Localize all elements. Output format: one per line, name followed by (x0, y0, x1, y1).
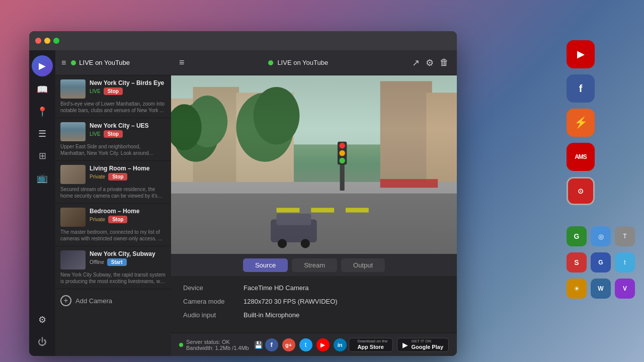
desktop-icon-target[interactable]: ⊙ (567, 177, 595, 205)
maximize-button[interactable] (53, 38, 59, 44)
desktop-icon-g7[interactable]: ☀ (567, 279, 587, 299)
camera-info: Living Room – Home Private Stop (90, 165, 166, 180)
camera-thumb-img (60, 79, 86, 99)
desktop-icon-ams[interactable]: AMS (567, 143, 595, 171)
desktop-icon-g4[interactable]: S (567, 252, 587, 273)
server-status: Server status: OK Bandwidth: 1.2Mb /1.4M… (179, 339, 263, 351)
desktop-icon-youtube[interactable]: ▶ (567, 40, 595, 68)
tab-output[interactable]: Output (341, 258, 385, 272)
sidebar-item-power[interactable]: ⏻ (33, 333, 51, 351)
add-camera-label: Add Camera (75, 297, 112, 305)
camera-item-nyc-ues[interactable]: New York City – UES LIVE Stop Upper East… (55, 118, 171, 161)
camera-description: The master bedroom, connected to my list… (60, 229, 166, 242)
camera-item-top: New York City – UES LIVE Stop (60, 122, 166, 141)
camera-stop-button[interactable]: Stop (108, 173, 127, 180)
audio-input-row: Audio input Built-in Microphone (183, 311, 445, 319)
camera-info: New York City, Subway Offline Start (90, 250, 166, 266)
desktop-icon-g5[interactable]: G (591, 252, 611, 273)
camera-status-row: Offline Start (90, 258, 166, 266)
camera-thumb (60, 208, 86, 227)
sidebar-item-book[interactable]: 📖 (33, 80, 51, 99)
top-bar-actions: ↗ ⚙ 🗑 (412, 57, 449, 68)
desktop-icon-g2[interactable]: ◎ (591, 226, 611, 246)
footer: Server status: OK Bandwidth: 1.2Mb /1.4M… (171, 333, 457, 356)
tab-source[interactable]: Source (243, 258, 288, 272)
camera-info: New York City – UES LIVE Stop (90, 122, 166, 138)
tab-stream[interactable]: Stream (292, 258, 337, 272)
camera-status-row: Private Stop (90, 216, 166, 223)
camera-status: LIVE (90, 88, 101, 94)
device-row: Device FaceTime HD Camera (183, 284, 445, 292)
info-panel: Device FaceTime HD Camera Camera mode 12… (171, 276, 457, 333)
camera-thumb-img (60, 165, 86, 184)
device-label: Device (183, 284, 244, 292)
title-bar (29, 31, 457, 50)
minimize-button[interactable] (44, 38, 50, 44)
desktop-icon-facebook[interactable]: f (567, 74, 595, 103)
desktop-icons: ▶ f ⚡ AMS ⊙ G ◎ T S G t ☀ W V (567, 40, 635, 299)
camera-item-nyc-birds[interactable]: New York City – Birds Eye LIVE Stop Bird… (55, 75, 171, 118)
desktop-icon-g8[interactable]: W (591, 279, 611, 299)
hamburger-icon[interactable]: ≡ (179, 57, 185, 68)
sidebar-item-grid[interactable]: ⊞ (33, 147, 51, 165)
desktop-icon-g1[interactable]: G (567, 226, 587, 246)
camera-info: Bedroom – Home Private Stop (90, 208, 166, 223)
camera-description: Bird's-eye view of Lower Manhattan, zoom… (60, 101, 166, 114)
camera-item-bedroom[interactable]: Bedroom – Home Private Stop The master b… (55, 204, 171, 246)
camera-status: Offline (90, 259, 104, 265)
camera-item-living-room[interactable]: Living Room – Home Private Stop Secured … (55, 161, 171, 204)
menu-icon[interactable]: ≡ (61, 58, 66, 67)
close-button[interactable] (35, 38, 41, 44)
footer-store-badges: Download on the App Store ▶ GET IT ON Go… (349, 338, 449, 352)
app-store-label: App Store (357, 344, 387, 350)
camera-item-top: New York City – Birds Eye LIVE Stop (60, 79, 166, 99)
google-play-badge[interactable]: ▶ GET IT ON Google Play (397, 338, 449, 352)
desktop-icon-row-3: ☀ W V (567, 279, 635, 299)
sidebar-item-list[interactable]: ☰ (33, 125, 51, 143)
sidebar-item-media[interactable]: 📺 (33, 169, 51, 187)
social-gplus[interactable]: g+ (282, 338, 295, 351)
add-circle-icon: + (60, 295, 71, 306)
app-store-badge[interactable]: Download on the App Store (349, 338, 393, 352)
settings-icon[interactable]: ⚙ (426, 57, 434, 68)
live-dot (71, 60, 76, 65)
sidebar-item-settings[interactable]: ⚙ (33, 311, 51, 329)
camera-mode-row: Camera mode 644x362 30 FPS (RAWVIDEO) (183, 298, 445, 305)
sidebar-icons: ▶ 📖 📍 ☰ ⊞ 📺 ⚙ ⏻ (29, 50, 55, 356)
add-camera-button[interactable]: + Add Camera (55, 289, 171, 312)
main-content: ▶ 📖 📍 ☰ ⊞ 📺 ⚙ ⏻ ≡ LIVE on YouTube (29, 50, 457, 356)
social-youtube[interactable]: ▶ (316, 338, 330, 351)
delete-icon[interactable]: 🗑 (440, 57, 449, 68)
desktop-icon-row-2: S G t (567, 252, 635, 273)
camera-name: New York City – Birds Eye (90, 79, 166, 86)
camera-stop-button[interactable]: Stop (104, 87, 123, 95)
camera-status: Private (90, 174, 105, 179)
desktop-icon-thunder[interactable]: ⚡ (567, 109, 595, 137)
top-live-text: LIVE on YouTube (277, 59, 328, 66)
camera-item-nyc-subway[interactable]: New York City, Subway Offline Start New … (55, 246, 171, 289)
camera-start-button[interactable]: Start (107, 258, 127, 266)
video-overlay (171, 75, 457, 254)
camera-stop-button[interactable]: Stop (108, 216, 127, 223)
social-linkedin[interactable]: in (334, 338, 347, 351)
camera-stop-button[interactable]: Stop (104, 130, 123, 138)
camera-status-row: Private Stop (90, 173, 166, 180)
play-icon: ▶ (403, 341, 408, 349)
share-icon[interactable]: ↗ (412, 57, 420, 68)
live-indicator: LIVE on YouTube (71, 59, 130, 66)
camera-name: Living Room – Home (90, 165, 166, 172)
desktop-icon-g3[interactable]: T (615, 226, 635, 246)
tabs-bar: Source Stream Output (171, 254, 457, 276)
live-label: LIVE on YouTube (79, 59, 130, 66)
social-facebook[interactable]: f (265, 338, 278, 351)
desktop-icon-g9[interactable]: V (615, 279, 635, 299)
social-twitter[interactable]: t (299, 338, 312, 351)
sidebar-item-logo[interactable]: ▶ (32, 55, 53, 76)
desktop-icon-g6[interactable]: t (615, 252, 635, 273)
sidebar-item-location[interactable]: 📍 (33, 103, 51, 121)
desktop-icon-row-1: G ◎ T (567, 226, 635, 246)
camera-thumb (60, 79, 86, 99)
camera-info: New York City – Birds Eye LIVE Stop (90, 79, 166, 95)
audio-input-value: Built-in Microphone (244, 311, 299, 319)
camera-name: New York City – UES (90, 122, 166, 129)
